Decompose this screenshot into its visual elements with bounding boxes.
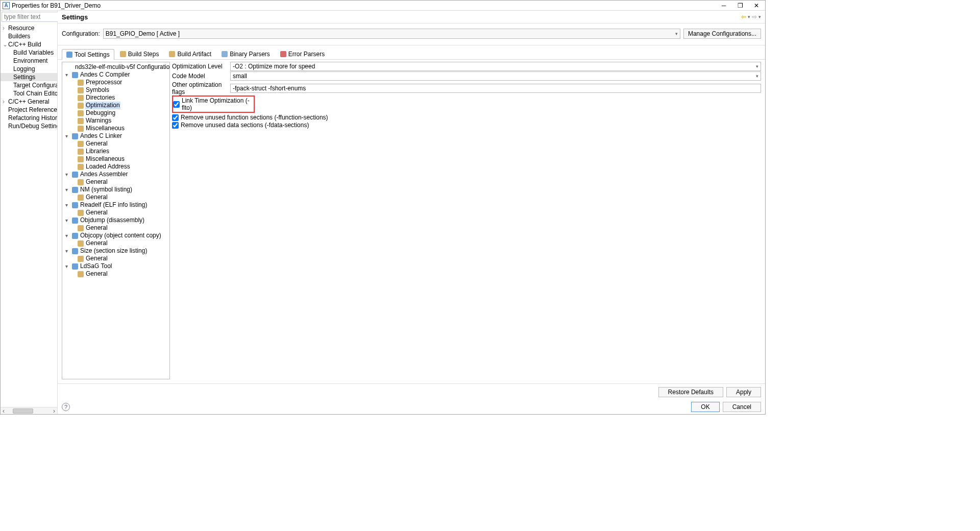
nav-item-logging[interactable]: Logging [1,65,57,73]
tree-expander-icon[interactable]: ⌄ [3,41,8,48]
tool-node-miscellaneous[interactable]: Miscellaneous [62,155,169,163]
tool-node-debugging[interactable]: Debugging [62,109,169,117]
nav-item-settings[interactable]: Settings [1,73,57,81]
maximize-button[interactable]: ❐ [736,2,745,9]
tool-node-directories[interactable]: Directories [62,94,169,102]
nav-item-c-c-build[interactable]: ⌄C/C++ Build [1,40,57,49]
tab-tool-settings[interactable]: Tool Settings [62,49,114,60]
tool-tree[interactable]: nds32le-elf-mculib-v5f Configurations▾An… [62,62,170,379]
tree-expander-icon[interactable]: ▾ [65,247,70,255]
nav-item-refactoring-history[interactable]: Refactoring History [1,114,57,122]
titlebar: A Properties for B91_Driver_Demo ─ ❐ ✕ [1,1,765,11]
nav-item-target-configura[interactable]: Target Configura [1,81,57,89]
cancel-button[interactable]: Cancel [723,402,761,412]
tool-node-general[interactable]: General [62,209,169,216]
tool-node-general[interactable]: General [62,270,169,278]
tool-node-miscellaneous[interactable]: Miscellaneous [62,125,169,132]
tab-build-artifact[interactable]: Build Artifact [164,49,216,59]
other-flags-row: Other optimization flags [172,81,761,95]
help-icon[interactable]: ? [62,403,70,411]
tree-expander-icon[interactable]: ▾ [65,132,70,140]
tool-node-loaded-address[interactable]: Loaded Address [62,163,169,171]
apply-button[interactable]: Apply [726,387,761,397]
link-time-optimization-checkbox[interactable] [173,101,180,108]
tool-node-symbols[interactable]: Symbols [62,86,169,94]
configuration-value: B91_GPIO_Demo [ Active ] [106,30,180,37]
tab-build-steps[interactable]: Build Steps [115,49,164,59]
nav-item-resource[interactable]: ›Resource [1,24,57,32]
scroll-thumb[interactable] [13,408,33,414]
tool-node-general[interactable]: General [62,140,169,148]
back-icon[interactable]: ⇦ [741,13,746,20]
configuration-select[interactable]: B91_GPIO_Demo [ Active ] ▾ [103,29,680,39]
tool-icon [72,133,78,139]
tool-icon [72,187,78,193]
tree-expander-icon[interactable]: ▾ [65,232,70,239]
tab-binary-parsers[interactable]: Binary Parsers [217,49,275,59]
tab-icon [120,51,126,57]
tool-node-warnings[interactable]: Warnings [62,117,169,125]
scroll-right-icon[interactable]: › [51,407,57,415]
tool-node-preprocessor[interactable]: Preprocessor [62,79,169,86]
forward-menu-icon[interactable]: ▾ [758,14,761,19]
tab-error-parsers[interactable]: Error Parsers [276,49,329,59]
optimization-level-select[interactable]: -O2 : Optimize more for speed ▾ [230,62,761,71]
filter-input[interactable] [2,12,58,22]
tool-node-general[interactable]: General [62,224,169,232]
tool-node-andes-c-compiler[interactable]: ▾Andes C Compiler [62,71,169,79]
window-title: Properties for B91_Driver_Demo [12,2,719,9]
tool-node-size-section-size-listing-[interactable]: ▾Size (section size listing) [62,247,169,255]
tree-expander-icon[interactable]: › [3,98,8,105]
forward-icon[interactable]: ⇨ [752,13,757,20]
tool-icon [72,233,78,239]
other-flags-input[interactable] [230,84,761,93]
tool-node-general[interactable]: General [62,178,169,186]
nav-item-build-variables[interactable]: Build Variables [1,49,57,57]
link-time-optimization-row[interactable]: Link Time Optimization (-flto) [173,97,253,111]
tree-expander-icon[interactable]: ▾ [65,186,70,194]
tool-icon [78,225,84,231]
restore-defaults-button[interactable]: Restore Defaults [658,387,723,397]
minimize-button[interactable]: ─ [719,2,728,9]
tree-expander-icon[interactable]: ▾ [65,71,70,79]
nav-scrollbar[interactable]: ‹ › [1,407,57,414]
scroll-left-icon[interactable]: ‹ [1,407,7,415]
code-model-select[interactable]: small ▾ [230,71,761,81]
tool-node-andes-c-linker[interactable]: ▾Andes C Linker [62,132,169,140]
remove-function-sections-label: Remove unused function sections (-ffunct… [181,114,328,121]
tree-expander-icon[interactable]: ▾ [65,262,70,270]
ok-button[interactable]: OK [691,402,719,412]
tool-node-objdump-disassembly-[interactable]: ▾Objdump (disassembly) [62,216,169,224]
tool-icon [78,87,84,93]
tool-icon [78,271,84,277]
remove-function-sections-row[interactable]: Remove unused function sections (-ffunct… [172,114,761,121]
tool-node-ldsag-tool[interactable]: ▾LdSaG Tool [62,262,169,270]
tool-node-libraries[interactable]: Libraries [62,148,169,155]
nav-item-builders[interactable]: Builders [1,32,57,40]
remove-data-sections-row[interactable]: Remove unused data sections (-fdata-sect… [172,122,761,129]
tool-node-general[interactable]: General [62,255,169,262]
remove-function-sections-checkbox[interactable] [172,114,179,121]
tool-node-general[interactable]: General [62,194,169,201]
nav-item-c-c-general[interactable]: ›C/C++ General [1,98,57,106]
tree-expander-icon[interactable]: ▾ [65,201,70,209]
tool-node-nds32le-elf-mculib-v5f-configurations[interactable]: nds32le-elf-mculib-v5f Configurations [62,63,169,71]
tree-expander-icon[interactable]: › [3,25,8,32]
tree-expander-icon[interactable]: ▾ [65,216,70,224]
close-button[interactable]: ✕ [752,2,761,9]
tree-expander-icon[interactable]: ▾ [65,171,70,178]
nav-item-environment[interactable]: Environment [1,57,57,65]
category-tree[interactable]: ›ResourceBuilders⌄C/C++ BuildBuild Varia… [1,23,57,407]
nav-item-tool-chain-editor[interactable]: Tool Chain Editor [1,89,57,98]
back-menu-icon[interactable]: ▾ [748,14,750,19]
manage-configurations-button[interactable]: Manage Configurations... [683,29,761,39]
tool-node-nm-symbol-listing-[interactable]: ▾NM (symbol listing) [62,186,169,194]
tool-node-general[interactable]: General [62,239,169,247]
nav-item-project-references[interactable]: Project References [1,106,57,114]
tool-node-optimization[interactable]: Optimization [62,102,169,109]
nav-item-run-debug-settings[interactable]: Run/Debug Settings [1,122,57,130]
tool-node-objcopy-object-content-copy-[interactable]: ▾Objcopy (object content copy) [62,232,169,239]
remove-data-sections-checkbox[interactable] [172,122,179,129]
tool-node-readelf-elf-info-listing-[interactable]: ▾Readelf (ELF info listing) [62,201,169,209]
tool-node-andes-assembler[interactable]: ▾Andes Assembler [62,171,169,178]
